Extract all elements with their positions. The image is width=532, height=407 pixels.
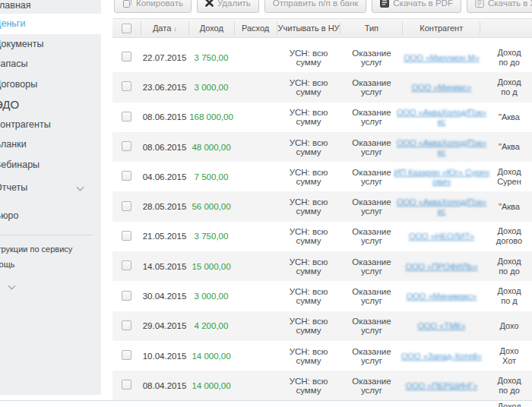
row-checkbox[interactable] (122, 380, 131, 390)
table-row[interactable]: 14.05.2015 15 000,00 УСН: всю сумму Оказ… (112, 251, 532, 281)
counterparty-link[interactable]: ООО «НЕОЛИТ» (409, 232, 474, 241)
sidebar-item-reports[interactable]: Отчеты (0, 178, 101, 198)
table-row[interactable]: 22.07.2015 3 750,00 УСН: всю сумму Оказа… (112, 43, 532, 72)
sidebar-item-label: Отчеты (0, 182, 27, 193)
cell-tax-accounting: УСН: всю сумму (277, 108, 340, 126)
counterparty-link[interactable]: ООО «ТМК» (417, 321, 465, 330)
counterparty-link[interactable]: ООО «Миникс» (412, 83, 472, 92)
cell-date: 22.07.2015 (141, 53, 188, 62)
cell-description: "Аква (480, 112, 532, 122)
row-checkbox[interactable] (122, 141, 131, 151)
select-all-checkbox[interactable] (122, 24, 131, 33)
cell-income: 7 500,00 (188, 172, 234, 181)
row-checkbox-cell (112, 201, 141, 213)
table-row[interactable]: 04.06.2015 7 500,00 УСН: всю сумму Оказа… (112, 162, 532, 191)
sidebar-item-contracts[interactable]: Договоры (0, 74, 101, 95)
table-row[interactable]: 08.04.2015 14 000,00 УСН: всю сумму Оказ… (112, 371, 532, 400)
row-checkbox[interactable] (122, 112, 131, 121)
row-checkbox-cell (112, 231, 141, 242)
sidebar-item-label: Главная (0, 0, 31, 11)
description-line: по до (499, 58, 520, 68)
table-row[interactable]: 28.05.2015 56 000,00 УСН: всю сумму Оказ… (112, 191, 532, 221)
cell-counterparty: ООО «АкваХолод/Пэк» кс (403, 108, 480, 126)
copy-button[interactable]: Копировать (114, 0, 192, 13)
sidebar-item-home[interactable]: Главная (0, 0, 101, 14)
counterparty-link-line2[interactable]: кс (438, 207, 445, 216)
sidebar-item-money[interactable]: Деньги (0, 14, 101, 34)
row-checkbox[interactable] (122, 171, 131, 181)
row-checkbox-cell (112, 141, 141, 153)
description-line: "Аква (499, 142, 520, 152)
counterparty-link[interactable]: ООО «ПРОФИЛЬ» (405, 262, 477, 271)
col-header-tax[interactable]: Учитывать в НУ (277, 22, 340, 34)
table-row[interactable]: 10.04.2015 14 000,00 УСН: всю сумму Оказ… (112, 341, 532, 371)
content-bottom-edge (0, 400, 532, 407)
counterparty-link[interactable]: ООО «Минимакс» (407, 292, 477, 301)
download-pdf-button[interactable]: Скачать в PDF (372, 0, 461, 13)
table-row[interactable]: 29.04.2015 4 200,00 УСН: всю сумму Оказа… (112, 311, 532, 341)
col-header-type[interactable]: Тип (340, 22, 402, 34)
counterparty-link[interactable]: ООО «АкваХолод/Пэк» (397, 108, 486, 117)
counterparty-link[interactable]: ООО «АкваХолод/Пэк» (397, 197, 486, 207)
description-line: "Аква (499, 112, 520, 122)
description-line: Доход (497, 257, 521, 267)
table-header: Дата ↓ Доход Расход Учитывать в НУ Тип К… (112, 18, 532, 38)
col-header-description[interactable] (480, 22, 532, 34)
counterparty-link[interactable]: ООО «Миллион М» (404, 53, 480, 62)
description-line: Доход (497, 226, 521, 236)
counterparty-link[interactable]: ООО «ПЕРШИНГ» (406, 381, 478, 390)
sidebar-item-webinars[interactable]: Вебинары (0, 155, 101, 175)
cell-date: 28.05.2015 (141, 202, 188, 211)
counterparty-link[interactable]: ООО «АкваХолод/Пэк» (397, 138, 486, 147)
description-line: Дохо (499, 346, 518, 356)
row-checkbox[interactable] (122, 320, 131, 330)
cell-counterparty: ООО «Минимакс» (403, 292, 480, 301)
row-checkbox[interactable] (122, 81, 131, 91)
sidebar-item-documents[interactable]: Документы (0, 34, 101, 55)
sidebar-collapse-chevron-icon[interactable] (8, 282, 16, 290)
table-row[interactable]: 30.04.2015 3 000,00 УСН: всю сумму Оказа… (112, 281, 532, 311)
download-xls-button[interactable]: Скачать в XLS (467, 0, 532, 13)
col-header-income[interactable]: Доход (188, 22, 234, 34)
select-all-cell (112, 22, 141, 34)
table-row[interactable]: 08.06.2015 168 000,00 УСН: всю сумму Ока… (112, 103, 532, 132)
cell-income: 56 000,00 (188, 202, 234, 211)
counterparty-link[interactable]: ООО «Запад-Хотей» (401, 352, 482, 361)
counterparty-link-line2[interactable]: ович (432, 177, 451, 186)
counterparty-link-line2[interactable]: кс (438, 147, 445, 156)
row-checkbox[interactable] (122, 231, 131, 241)
sidebar-link-instructions[interactable]: Инструкции по сервису (0, 241, 101, 257)
sidebar-link-label: Инструкции по сервису (0, 245, 72, 254)
row-checkbox[interactable] (122, 52, 131, 62)
sidebar-item-counterparties[interactable]: Контрагенты (0, 115, 101, 135)
counterparty-link[interactable]: ИП Казарян «Юг» Сурен (394, 168, 489, 177)
cell-date: 29.04.2015 (141, 321, 188, 330)
cell-income: 15 000,00 (188, 262, 234, 271)
col-header-label: Дата (153, 24, 171, 33)
row-checkbox[interactable] (122, 350, 131, 360)
col-header-label: Расход (242, 24, 269, 33)
cell-income: 14 000,00 (188, 352, 234, 361)
table-row[interactable]: 21.05.2015 3 750,00 УСН: всю сумму Оказа… (112, 222, 532, 251)
cell-date: 08.06.2015 (141, 143, 188, 152)
row-checkbox[interactable] (122, 291, 131, 301)
col-header-counterparty[interactable]: Контрагент (402, 22, 480, 34)
delete-button[interactable]: Удалить (197, 0, 259, 13)
table-row[interactable]: 23.06.2015 3 000,00 УСН: всю сумму Оказа… (112, 72, 532, 102)
cell-tax-accounting: УСН: всю сумму (277, 197, 340, 216)
row-checkbox[interactable] (122, 260, 131, 270)
sidebar-link-help[interactable]: Помощь (0, 257, 101, 272)
col-header-date[interactable]: Дата ↓ (141, 22, 188, 34)
table-row[interactable]: 08.06.2015 48 000,00 УСН: всю сумму Оказ… (112, 132, 532, 162)
sidebar-item-label: Документы (0, 39, 43, 49)
col-header-expense[interactable]: Расход (234, 22, 277, 34)
send-to-bank-button[interactable]: Отправить п/п в банк (264, 0, 366, 13)
sidebar-item-edo[interactable]: ЭДО (0, 94, 101, 115)
row-checkbox[interactable] (122, 201, 131, 211)
sidebar-item-bureau[interactable]: Бюро (0, 206, 101, 226)
counterparty-link-line2[interactable]: кс (438, 117, 445, 126)
cell-tax-accounting: УСН: всю сумму (277, 168, 340, 186)
sidebar-item-stocks[interactable]: Запасы (0, 54, 101, 74)
cell-income: 3 750,00 (188, 53, 234, 62)
sidebar-item-forms[interactable]: Бланки (0, 134, 101, 155)
